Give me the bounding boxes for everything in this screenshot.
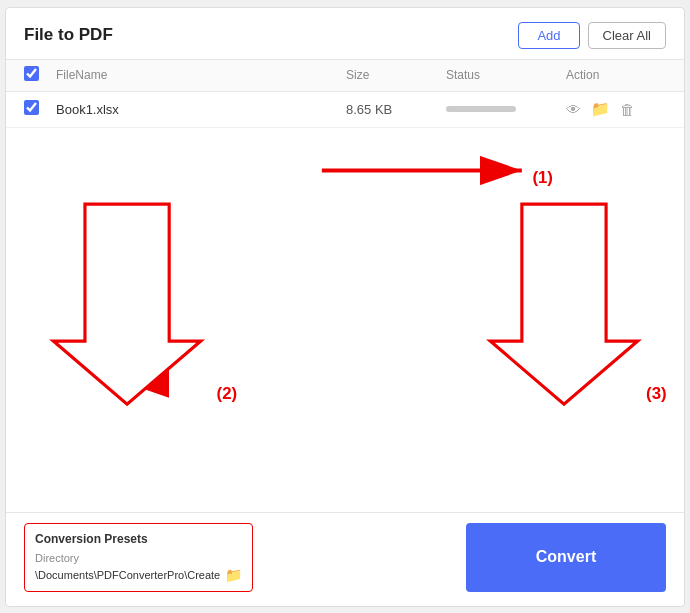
col-action: Action (566, 68, 666, 82)
browse-folder-icon[interactable]: 📁 (225, 567, 242, 583)
conversion-presets-panel: Conversion Presets Directory \Documents\… (24, 523, 253, 592)
app-window: File to PDF Add Clear All FileName Size … (5, 7, 685, 607)
content-area: (1) (2) (3) (6, 128, 684, 512)
delete-icon[interactable]: 🗑 (620, 101, 635, 118)
annotations-svg: (1) (2) (3) (6, 128, 684, 512)
header-buttons: Add Clear All (518, 22, 666, 49)
svg-text:(1): (1) (532, 168, 553, 187)
svg-marker-6 (53, 204, 200, 404)
app-title: File to PDF (24, 25, 113, 45)
col-size: Size (346, 68, 446, 82)
svg-text:(2): (2) (217, 383, 238, 402)
bottom-section: Conversion Presets Directory \Documents\… (6, 512, 684, 606)
table-row: Book1.xlsx 8.65 KB 👁 📁 🗑 (6, 92, 684, 128)
folder-icon[interactable]: 📁 (591, 100, 610, 118)
select-all-checkbox-cell (24, 66, 56, 85)
svg-text:(3): (3) (646, 383, 667, 402)
row-actions: 👁 📁 🗑 (566, 100, 666, 118)
presets-directory-path: \Documents\PDFConverterPro\Create (35, 569, 220, 581)
spacer (263, 523, 456, 592)
table-header: FileName Size Status Action (6, 60, 684, 92)
app-header: File to PDF Add Clear All (6, 8, 684, 60)
svg-rect-3 (311, 159, 522, 182)
select-all-checkbox[interactable] (24, 66, 39, 81)
convert-button[interactable]: Convert (466, 523, 666, 592)
status-progress-bar (446, 106, 516, 112)
add-button[interactable]: Add (518, 22, 579, 49)
col-filename: FileName (56, 68, 346, 82)
row-checkbox[interactable] (24, 100, 39, 115)
svg-marker-8 (490, 204, 637, 404)
row-filename: Book1.xlsx (56, 102, 346, 117)
presets-title: Conversion Presets (35, 532, 242, 546)
preview-icon[interactable]: 👁 (566, 101, 581, 118)
clear-all-button[interactable]: Clear All (588, 22, 666, 49)
presets-path-row: \Documents\PDFConverterPro\Create 📁 (35, 567, 242, 583)
row-filesize: 8.65 KB (346, 102, 446, 117)
col-status: Status (446, 68, 566, 82)
row-status (446, 106, 566, 112)
row-checkbox-cell (24, 100, 56, 119)
presets-directory-label: Directory (35, 552, 242, 564)
